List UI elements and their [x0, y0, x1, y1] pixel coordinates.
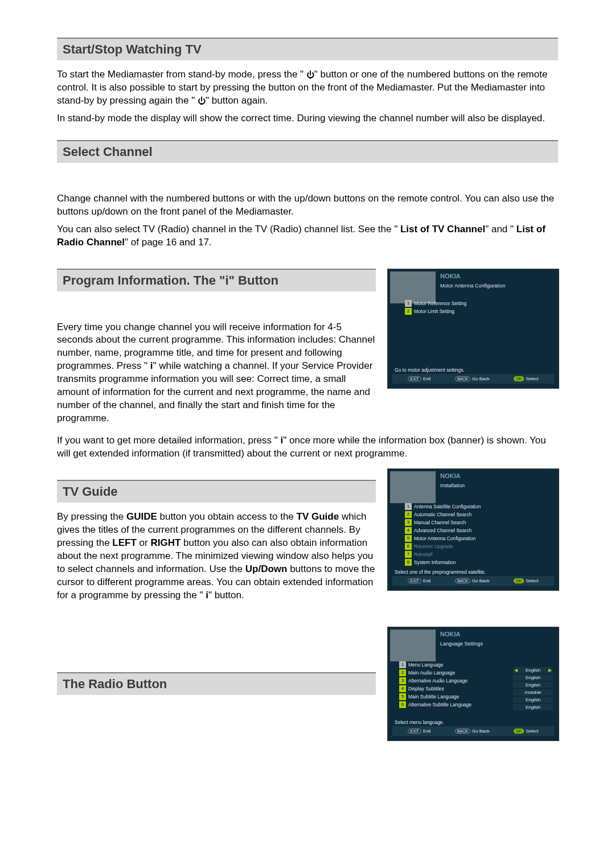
menu-item: 3Manual Channel Search — [405, 519, 554, 526]
video-thumb — [390, 471, 436, 503]
video-thumb — [390, 630, 436, 661]
text: button you obtain access to the — [157, 511, 297, 522]
menu-hint: Select one of the preprogrammed satellit… — [395, 569, 554, 575]
text-bold: LEFT — [112, 537, 137, 548]
menu-label: Motor Limit Setting — [414, 308, 454, 314]
label: Select — [526, 376, 538, 381]
text: " button again. — [206, 95, 268, 106]
menu-label: System Information — [414, 560, 456, 565]
menu-item: 4Advanced Channel Search — [405, 527, 554, 534]
pill: OK — [514, 578, 524, 583]
para: To start the Mediamaster from stand-by m… — [57, 68, 558, 108]
menu-hint: Select menu language. — [395, 719, 554, 725]
heading-program-info: Program Information. The "i" Button — [57, 269, 376, 291]
value: English — [513, 674, 553, 681]
menu-label: Manual Channel Search — [414, 520, 466, 525]
menu-label: Receiver Upgrade — [414, 544, 453, 549]
text: You can also select TV (Radio) channel i… — [57, 224, 400, 235]
text-bold: RIGHT — [150, 537, 181, 548]
menu-item: 1Motor Reference Setting — [405, 300, 554, 307]
label: Go Back — [472, 578, 490, 583]
menu-item: 2Motor Limit Setting — [405, 308, 554, 315]
label: Select — [526, 578, 538, 583]
menu-label: Automatic Channel Search — [414, 512, 472, 517]
button-bar: EXITExit BACKGo Back OKSelect — [392, 726, 554, 736]
power-icon — [198, 94, 206, 108]
heading-start-stop: Start/Stop Watching TV — [57, 38, 558, 60]
value: English — [526, 668, 540, 673]
para: If you want to get more detailed informa… — [57, 434, 558, 460]
menu-label: Main Subtitle Language — [408, 694, 459, 700]
screenshot-language: NOKIA Language Settings 1Menu Language 2… — [387, 627, 559, 741]
text: By pressing the — [57, 511, 126, 522]
menu-label: Antenna Satellite Configuration — [414, 504, 481, 509]
menu-label: Alternative Subtitle Language — [408, 702, 472, 707]
menu-title: Language Settings — [440, 641, 556, 647]
menu-label: Display Subtitles — [408, 686, 444, 692]
pill: OK — [514, 729, 524, 734]
label: Go Back — [472, 376, 490, 381]
para: In stand-by mode the display will show t… — [57, 112, 558, 125]
triangle-right-icon: ▶ — [547, 668, 553, 673]
heading-radio-button: The Radio Button — [57, 672, 376, 695]
menu-title: Installation — [440, 483, 556, 488]
label: Select — [526, 729, 538, 734]
menu-item: 8System Information — [405, 559, 554, 566]
screenshot-motor: NOKIA Motor Antenna Configuration 1Motor… — [387, 269, 559, 389]
menu-title: Motor Antenna Configuration — [440, 283, 556, 289]
label: Exit — [423, 729, 430, 734]
value: English — [513, 682, 553, 688]
pill: EXIT — [408, 578, 421, 583]
value: English — [513, 697, 553, 703]
pill: BACK — [455, 376, 470, 381]
pill: EXIT — [408, 376, 421, 381]
menu-item: 7Reinstall — [405, 551, 554, 558]
text: If you want to get more detailed informa… — [57, 435, 281, 446]
text-bold: TV Guide — [297, 511, 339, 522]
menu-label: Menu Language — [408, 662, 443, 668]
screenshot-installation: NOKIA Installation 1Antenna Satellite Co… — [387, 468, 559, 591]
menu-label: Motor Reference Setting — [414, 301, 466, 306]
video-thumb — [390, 271, 436, 303]
heading-tv-guide: TV Guide — [57, 480, 376, 503]
para: By pressing the GUIDE button you obtain … — [57, 511, 376, 602]
menu-label: Motor Antenna Configuration — [414, 536, 475, 541]
pill: BACK — [455, 729, 470, 734]
text: " button. — [208, 590, 244, 600]
power-icon — [306, 68, 314, 81]
brand: NOKIA — [440, 273, 556, 279]
pill: BACK — [455, 578, 470, 583]
para: You can also select TV (Radio) channel i… — [57, 223, 558, 249]
heading-select-channel: Select Channel — [57, 140, 558, 163]
button-bar: EXITExit BACKGo Back OKSelect — [392, 576, 554, 586]
text-bold: Up/Down — [245, 563, 288, 574]
para: Change channel with the numbered buttons… — [57, 192, 558, 219]
value-column: ◀English▶ English English Invisible Engl… — [513, 666, 553, 711]
menu-item: 1Antenna Satellite Configuration — [405, 503, 554, 510]
menu-item: 6Receiver Upgrade — [405, 543, 554, 550]
menu-hint: Go to motor adjustment settings. — [395, 367, 554, 373]
value: Invisible — [513, 689, 553, 696]
text-bold: GUIDE — [126, 511, 157, 522]
text: " of page 16 and 17. — [125, 237, 212, 248]
label: Exit — [423, 376, 430, 381]
triangle-left-icon: ◀ — [513, 668, 519, 673]
pill: OK — [514, 376, 524, 381]
pill: EXIT — [408, 729, 421, 734]
text: or — [137, 537, 151, 548]
brand: NOKIA — [440, 631, 556, 637]
menu-item: 2Automatic Channel Search — [405, 511, 554, 518]
label: Exit — [423, 578, 430, 583]
menu-label: Alternative Audio Language — [408, 678, 468, 684]
text-bold: List of TV Channel — [400, 224, 485, 235]
value: English — [513, 704, 553, 710]
text: " and " — [485, 224, 516, 235]
menu-label: Main Audio Language — [408, 670, 455, 676]
menu-item: 5Motor Antenna Configuration — [405, 535, 554, 542]
label: Go Back — [472, 729, 490, 734]
menu-label: Advanced Channel Search — [414, 528, 472, 533]
brand: NOKIA — [440, 472, 556, 479]
menu-label: Reinstall — [414, 552, 433, 557]
text: To start the Mediamaster from stand-by m… — [57, 69, 306, 80]
button-bar: EXITExit BACKGo Back OKSelect — [392, 374, 554, 384]
